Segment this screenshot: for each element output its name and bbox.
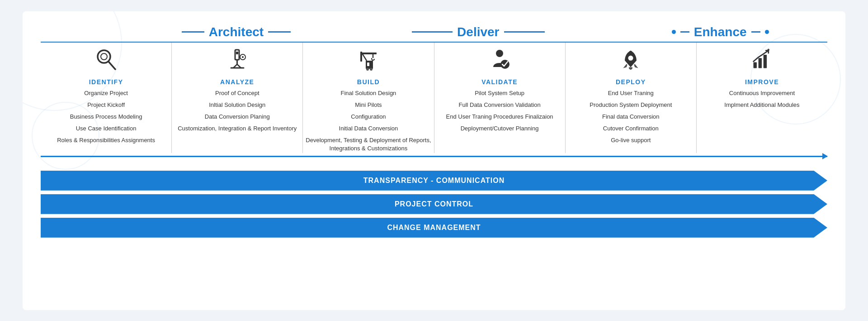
phase-improve: IMPROVE Continuous Improvement Implment … xyxy=(697,43,827,153)
deploy-icon xyxy=(620,48,642,76)
list-item: Business Process Modeling xyxy=(57,113,155,121)
analyze-icon xyxy=(226,48,248,76)
list-item: End User Traning xyxy=(590,89,672,97)
list-item: Deployment/Cutover Planning xyxy=(446,125,553,133)
build-title: BUILD xyxy=(357,78,380,86)
improve-icon xyxy=(751,48,773,76)
list-item: Data Conversion Planing xyxy=(178,113,297,121)
banners-section: TRANSPARENCY - COMMUNICATION PROJECT CON… xyxy=(41,171,827,238)
identify-items: Organize Project Project Kickoff Busines… xyxy=(57,89,155,145)
svg-line-16 xyxy=(362,53,367,61)
list-item: Project Kickoff xyxy=(57,101,155,109)
analyze-title: ANALYZE xyxy=(220,78,254,86)
list-item: Configuration xyxy=(305,113,431,121)
improve-title: IMPROVE xyxy=(745,78,779,86)
svg-point-2 xyxy=(101,53,107,60)
list-item: Use Case Identification xyxy=(57,125,155,133)
banner-change-management: CHANGE MANAGEMENT xyxy=(41,218,827,238)
dot-right-enhance xyxy=(765,30,769,34)
build-icon xyxy=(357,48,380,76)
group-enhance-title: Enhance xyxy=(672,25,769,39)
deploy-items: End User Traning Production System Deplo… xyxy=(590,89,672,145)
group-architect-title: Architect xyxy=(182,25,291,39)
phase-analyze: ANALYZE Proof of Concept Inltial Solutio… xyxy=(172,43,303,153)
list-item: Final data Conversion xyxy=(590,113,672,121)
group-deliver-title: Deliver xyxy=(412,25,544,39)
validate-title: VALIDATE xyxy=(481,78,518,86)
svg-point-19 xyxy=(370,68,373,71)
analyze-items: Proof of Concept Inltial Solution Design… xyxy=(178,89,297,133)
svg-rect-3 xyxy=(235,50,239,60)
svg-line-1 xyxy=(108,62,115,69)
svg-point-18 xyxy=(366,68,369,71)
deploy-title: DEPLOY xyxy=(616,78,646,86)
phase-validate: VALIDATE Pilot System Setup Full Data Co… xyxy=(434,43,566,153)
svg-rect-13 xyxy=(367,62,369,66)
line-left-deliver xyxy=(412,31,453,33)
svg-point-20 xyxy=(496,50,503,57)
svg-rect-15 xyxy=(360,52,362,62)
list-item: Organize Project xyxy=(57,89,155,97)
main-container: Architect Deliver Enhance xyxy=(23,11,845,310)
list-item: Implment Additional Modules xyxy=(724,101,799,109)
list-item: Go-live support xyxy=(590,136,672,144)
phase-deploy: DEPLOY End User Traning Production Syste… xyxy=(566,43,697,153)
list-item: End User Traning Procedures Finalizaion xyxy=(446,113,553,121)
list-item: Inltial Solution Design xyxy=(178,101,297,109)
svg-rect-24 xyxy=(759,58,762,68)
list-item: Mini Pilots xyxy=(305,101,431,109)
list-item: Full Data Conversion Validation xyxy=(446,101,553,109)
phase-identify: IDENTIFY Organize Project Project Kickof… xyxy=(41,43,172,153)
svg-rect-25 xyxy=(764,54,767,68)
phases-grid: IDENTIFY Organize Project Project Kickof… xyxy=(41,42,827,153)
dot-left-enhance xyxy=(672,30,676,34)
small-line-left xyxy=(680,31,689,33)
svg-rect-4 xyxy=(236,52,238,54)
list-item: Initial Data Conversion xyxy=(305,125,431,133)
banner-transparency: TRANSPARENCY - COMMUNICATION xyxy=(41,171,827,191)
phase-build: BUILD Final Solution Design Mini Pilots … xyxy=(303,43,434,153)
line-left-architect xyxy=(182,31,204,33)
build-items: Final Solution Design Mini Pilots Config… xyxy=(305,89,431,153)
list-item: Development, Testing & Deployment of Rep… xyxy=(305,136,431,153)
small-line-right xyxy=(751,31,760,33)
list-item: Roles & Responsibilities Assignments xyxy=(57,136,155,144)
identify-title: IDENTIFY xyxy=(89,78,123,86)
validate-items: Pilot System Setup Full Data Conversion … xyxy=(446,89,553,133)
list-item: Production System Deployment xyxy=(590,101,672,109)
line-right-architect xyxy=(268,31,291,33)
svg-rect-23 xyxy=(754,62,757,68)
group-headers: Architect Deliver Enhance xyxy=(41,25,827,39)
svg-point-22 xyxy=(628,55,633,60)
arrow-line-row xyxy=(41,156,827,157)
line-right-deliver xyxy=(504,31,545,33)
identify-icon xyxy=(95,48,117,76)
improve-items: Continuous Improvement Implment Addition… xyxy=(724,89,799,109)
list-item: Continuous Improvement xyxy=(724,89,799,97)
list-item: Pilot System Setup xyxy=(446,89,553,97)
list-item: Customization, Integration & Report Inve… xyxy=(178,125,297,133)
list-item: Final Solution Design xyxy=(305,89,431,97)
validate-icon xyxy=(489,48,510,76)
full-arrow-line xyxy=(41,156,827,157)
list-item: Cutover Confirmation xyxy=(590,125,672,133)
list-item: Proof of Concept xyxy=(178,89,297,97)
banner-project-control: PROJECT CONTROL xyxy=(41,194,827,214)
